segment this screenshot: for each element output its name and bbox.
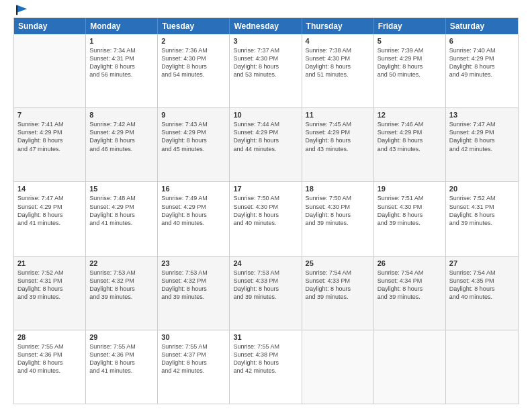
day-info: Sunrise: 7:38 AM Sunset: 4:30 PM Dayligh… [306,46,370,79]
day-cell-4: 4Sunrise: 7:38 AM Sunset: 4:30 PM Daylig… [302,34,374,107]
day-number: 16 [161,185,226,193]
day-cell-13: 13Sunrise: 7:47 AM Sunset: 4:29 PM Dayli… [446,108,518,181]
day-info: Sunrise: 7:34 AM Sunset: 4:31 PM Dayligh… [89,46,154,79]
day-number: 27 [449,259,515,267]
day-cell-15: 15Sunrise: 7:48 AM Sunset: 4:29 PM Dayli… [86,182,158,255]
day-info: Sunrise: 7:54 AM Sunset: 4:33 PM Dayligh… [306,269,370,302]
empty-cell [446,330,518,404]
day-cell-24: 24Sunrise: 7:53 AM Sunset: 4:33 PM Dayli… [230,257,302,330]
day-info: Sunrise: 7:36 AM Sunset: 4:30 PM Dayligh… [161,46,226,79]
day-cell-8: 8Sunrise: 7:42 AM Sunset: 4:29 PM Daylig… [86,108,158,181]
empty-cell [374,330,446,404]
day-number: 28 [17,333,82,341]
day-info: Sunrise: 7:52 AM Sunset: 4:31 PM Dayligh… [17,269,82,302]
header-day-thursday: Thursday [302,18,374,34]
day-info: Sunrise: 7:40 AM Sunset: 4:29 PM Dayligh… [449,46,515,79]
day-cell-16: 16Sunrise: 7:49 AM Sunset: 4:29 PM Dayli… [158,182,230,255]
day-cell-22: 22Sunrise: 7:53 AM Sunset: 4:32 PM Dayli… [86,257,158,330]
day-cell-6: 6Sunrise: 7:40 AM Sunset: 4:29 PM Daylig… [446,34,518,107]
day-cell-30: 30Sunrise: 7:55 AM Sunset: 4:37 PM Dayli… [158,330,230,404]
day-number: 23 [161,259,226,267]
day-info: Sunrise: 7:53 AM Sunset: 4:33 PM Dayligh… [233,269,298,302]
day-number: 7 [17,111,82,119]
header-day-wednesday: Wednesday [230,18,302,34]
day-info: Sunrise: 7:52 AM Sunset: 4:31 PM Dayligh… [449,194,515,227]
page: SundayMondayTuesdayWednesdayThursdayFrid… [0,0,532,411]
day-number: 4 [306,37,370,45]
day-info: Sunrise: 7:47 AM Sunset: 4:29 PM Dayligh… [17,194,82,227]
day-number: 22 [89,259,154,267]
day-cell-18: 18Sunrise: 7:50 AM Sunset: 4:30 PM Dayli… [302,182,374,255]
header-day-friday: Friday [374,18,446,34]
day-number: 5 [378,37,442,45]
header-day-monday: Monday [86,18,158,34]
day-info: Sunrise: 7:45 AM Sunset: 4:29 PM Dayligh… [306,120,370,153]
day-number: 6 [449,37,515,45]
calendar-week-2: 7Sunrise: 7:41 AM Sunset: 4:29 PM Daylig… [14,107,518,181]
svg-rect-1 [16,5,17,15]
day-cell-3: 3Sunrise: 7:37 AM Sunset: 4:30 PM Daylig… [230,34,302,107]
day-info: Sunrise: 7:44 AM Sunset: 4:29 PM Dayligh… [233,120,298,153]
header-day-tuesday: Tuesday [158,18,230,34]
calendar-week-5: 28Sunrise: 7:55 AM Sunset: 4:36 PM Dayli… [14,330,518,404]
day-info: Sunrise: 7:46 AM Sunset: 4:29 PM Dayligh… [378,120,442,153]
day-number: 15 [89,185,154,193]
logo-flag-icon [16,4,28,16]
day-cell-19: 19Sunrise: 7:51 AM Sunset: 4:30 PM Dayli… [374,182,446,255]
day-info: Sunrise: 7:50 AM Sunset: 4:30 PM Dayligh… [233,194,298,227]
day-number: 25 [306,259,370,267]
day-cell-26: 26Sunrise: 7:54 AM Sunset: 4:34 PM Dayli… [374,257,446,330]
day-info: Sunrise: 7:54 AM Sunset: 4:34 PM Dayligh… [378,269,442,302]
day-number: 24 [233,259,298,267]
day-info: Sunrise: 7:55 AM Sunset: 4:36 PM Dayligh… [89,342,154,375]
day-number: 19 [378,185,442,193]
day-number: 2 [161,37,226,45]
day-info: Sunrise: 7:47 AM Sunset: 4:29 PM Dayligh… [449,120,515,153]
day-cell-27: 27Sunrise: 7:54 AM Sunset: 4:35 PM Dayli… [446,257,518,330]
day-cell-31: 31Sunrise: 7:55 AM Sunset: 4:38 PM Dayli… [230,330,302,404]
day-info: Sunrise: 7:55 AM Sunset: 4:36 PM Dayligh… [17,342,82,375]
day-info: Sunrise: 7:54 AM Sunset: 4:35 PM Dayligh… [449,269,515,302]
day-info: Sunrise: 7:41 AM Sunset: 4:29 PM Dayligh… [17,120,82,153]
day-number: 29 [89,333,154,341]
day-cell-23: 23Sunrise: 7:53 AM Sunset: 4:32 PM Dayli… [158,257,230,330]
day-cell-10: 10Sunrise: 7:44 AM Sunset: 4:29 PM Dayli… [230,108,302,181]
svg-marker-0 [17,5,27,13]
day-cell-12: 12Sunrise: 7:46 AM Sunset: 4:29 PM Dayli… [374,108,446,181]
empty-cell [302,330,374,404]
header-day-saturday: Saturday [446,18,518,34]
day-cell-21: 21Sunrise: 7:52 AM Sunset: 4:31 PM Dayli… [14,257,86,330]
day-info: Sunrise: 7:50 AM Sunset: 4:30 PM Dayligh… [306,194,370,227]
calendar-week-1: 1Sunrise: 7:34 AM Sunset: 4:31 PM Daylig… [14,34,518,107]
day-info: Sunrise: 7:49 AM Sunset: 4:29 PM Dayligh… [161,194,226,227]
day-cell-25: 25Sunrise: 7:54 AM Sunset: 4:33 PM Dayli… [302,257,374,330]
day-number: 1 [89,37,154,45]
day-cell-7: 7Sunrise: 7:41 AM Sunset: 4:29 PM Daylig… [14,108,86,181]
day-cell-28: 28Sunrise: 7:55 AM Sunset: 4:36 PM Dayli… [14,330,86,404]
day-number: 10 [233,111,298,119]
calendar-body: 1Sunrise: 7:34 AM Sunset: 4:31 PM Daylig… [14,34,518,404]
day-cell-9: 9Sunrise: 7:43 AM Sunset: 4:29 PM Daylig… [158,108,230,181]
day-info: Sunrise: 7:39 AM Sunset: 4:29 PM Dayligh… [378,46,442,79]
day-number: 12 [378,111,442,119]
day-number: 21 [17,259,82,267]
day-number: 17 [233,185,298,193]
calendar: SundayMondayTuesdayWednesdayThursdayFrid… [13,17,519,404]
day-cell-5: 5Sunrise: 7:39 AM Sunset: 4:29 PM Daylig… [374,34,446,107]
day-number: 20 [449,185,515,193]
day-number: 13 [449,111,515,119]
day-number: 30 [161,333,226,341]
day-number: 11 [306,111,370,119]
day-info: Sunrise: 7:48 AM Sunset: 4:29 PM Dayligh… [89,194,154,227]
day-info: Sunrise: 7:42 AM Sunset: 4:29 PM Dayligh… [89,120,154,153]
calendar-header: SundayMondayTuesdayWednesdayThursdayFrid… [14,18,518,34]
day-info: Sunrise: 7:55 AM Sunset: 4:38 PM Dayligh… [233,342,298,375]
day-cell-1: 1Sunrise: 7:34 AM Sunset: 4:31 PM Daylig… [86,34,158,107]
day-cell-14: 14Sunrise: 7:47 AM Sunset: 4:29 PM Dayli… [14,182,86,255]
calendar-week-3: 14Sunrise: 7:47 AM Sunset: 4:29 PM Dayli… [14,181,518,255]
day-cell-20: 20Sunrise: 7:52 AM Sunset: 4:31 PM Dayli… [446,182,518,255]
day-cell-11: 11Sunrise: 7:45 AM Sunset: 4:29 PM Dayli… [302,108,374,181]
day-info: Sunrise: 7:55 AM Sunset: 4:37 PM Dayligh… [161,342,226,375]
day-number: 9 [161,111,226,119]
day-info: Sunrise: 7:51 AM Sunset: 4:30 PM Dayligh… [378,194,442,227]
